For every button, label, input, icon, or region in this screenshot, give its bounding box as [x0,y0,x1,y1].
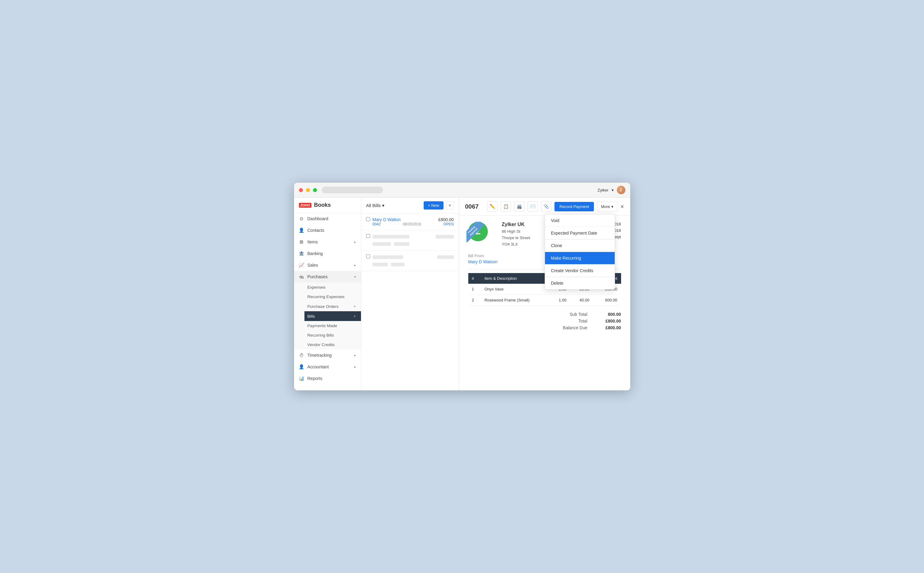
dropdown-item-void[interactable]: Void [545,214,615,227]
placeholder-amount [436,235,454,238]
placeholder-meta [373,262,454,267]
totals-section: Sub Total 800.00 Total £800.00 Balance D… [468,312,621,330]
edit-button[interactable]: ✏️ [487,201,497,212]
accountant-label: Accountant [307,365,329,369]
purchases-chevron: ▾ [354,275,356,279]
balance-due-row: Balance Due £800.00 [557,325,621,330]
bill-item-row [366,254,454,267]
sidebar-item-recurring-bills[interactable]: Recurring Bills [307,330,361,340]
sidebar-item-payments-made[interactable]: Payments Made [307,321,361,330]
sidebar-item-purchases[interactable]: 🛍 Purchases ▾ [294,271,361,283]
more-label: More [601,204,610,209]
total-value: £800.00 [597,319,621,324]
all-bills-filter[interactable]: All Bills ▾ [366,203,384,208]
dropdown-item-expected-payment-date[interactable]: Expected Payment Date [545,227,615,239]
item-rate: 40.00 [570,295,593,306]
contacts-label: Contacts [307,228,324,233]
sidebar: ZOHO Books ⊙ Dashboard 👤 Contacts ⊞ Item… [294,197,361,390]
bill-select-checkbox[interactable] [366,217,370,221]
logo: ZOHO Books [299,202,356,208]
add-bill-icon[interactable]: + [353,314,356,319]
sidebar-item-contacts[interactable]: 👤 Contacts [294,224,361,236]
bill-item-content: Mary D Walton £800.00 0042 08/20/2018 OP… [373,217,454,226]
more-chevron-icon: ▾ [611,204,613,209]
organization-name[interactable]: Zylker [598,188,608,193]
logo-area: ZOHO Books [294,197,361,213]
placeholder-meta [373,241,454,247]
sidebar-item-items[interactable]: ⊞ Items ▸ [294,236,361,248]
address-bar[interactable] [322,186,383,193]
items-label: Items [307,240,318,244]
bill-amount: £800.00 [438,217,454,222]
user-avatar[interactable]: Z [617,186,625,194]
accountant-icon: 👤 [299,364,304,369]
add-purchase-order-icon[interactable]: + [353,304,356,309]
filter-chevron-icon: ▾ [382,203,384,208]
bills-list: All Bills ▾ + New ≡ Mary D Walton [361,197,459,390]
placeholder-header [373,254,454,260]
timetracking-chevron: ▸ [354,354,356,357]
main-area: All Bills ▾ + New ≡ Mary D Walton [361,197,630,390]
all-bills-label: All Bills [366,203,381,208]
contacts-icon: 👤 [299,227,304,233]
bill-item[interactable]: Mary D Walton £800.00 0042 08/20/2018 OP… [361,213,459,230]
bill-status: OPEN [443,222,453,226]
record-payment-button[interactable]: Record Payment [554,202,594,211]
maximize-btn[interactable] [313,188,317,192]
new-bill-button[interactable]: + New [424,201,444,210]
total-row: Total £800.00 [557,319,621,324]
item-qty: 1.00 [550,295,570,306]
bill-item-placeholder-2[interactable] [361,251,459,271]
item-num: 1 [468,284,481,295]
close-btn[interactable] [299,188,303,192]
attach-button[interactable]: 📎 [541,201,551,212]
sidebar-item-recurring-expenses[interactable]: Recurring Expenses [307,292,361,301]
more-button[interactable]: More ▾ [597,202,617,212]
sidebar-item-dashboard[interactable]: ⊙ Dashboard [294,213,361,224]
sub-total-label: Sub Total [557,312,587,317]
bill-select-checkbox[interactable] [366,234,370,238]
list-menu-button[interactable]: ≡ [446,201,454,210]
bill-placeholder-content [373,234,454,247]
dashboard-icon: ⊙ [299,216,304,221]
bill-item-row [366,234,454,247]
purchases-submenu: Expenses Recurring Expenses Purchase Ord… [294,283,361,349]
sidebar-item-sales[interactable]: 📈 Sales ▸ [294,259,361,271]
sidebar-item-purchase-orders[interactable]: Purchase Orders + [307,301,361,311]
main-content: ZOHO Books ⊙ Dashboard 👤 Contacts ⊞ Item… [294,197,630,390]
dropdown-item-clone[interactable]: Clone [545,240,615,252]
sidebar-item-expenses[interactable]: Expenses [307,283,361,292]
sidebar-item-reports[interactable]: 📊 Reports [294,373,361,384]
item-amount: 600.00 [593,295,621,306]
placeholder-name [373,255,403,259]
print-button[interactable]: 🖨️ [514,201,524,212]
sidebar-item-accountant[interactable]: 👤 Accountant ▸ [294,361,361,373]
sidebar-item-bills[interactable]: Bills + [304,311,361,321]
minimize-btn[interactable] [306,188,310,192]
copy-button[interactable]: 📋 [500,201,511,212]
sidebar-item-vendor-credits[interactable]: Vendor Credits [307,340,361,349]
dropdown-item-create-vendor-credits[interactable]: Create Vendor Credits [545,265,615,277]
dropdown-item-delete[interactable]: Delete [545,277,615,289]
books-label: Books [314,202,331,208]
close-detail-button[interactable]: × [620,203,624,210]
timetracking-icon: ⏱ [299,352,304,358]
bills-label: Bills [307,314,315,319]
purchase-orders-label: Purchase Orders [307,304,339,309]
bill-item-header: Mary D Walton £800.00 [373,217,454,222]
sidebar-item-banking[interactable]: 🏦 Banking [294,248,361,259]
vendor-logo-wrapper: PendingApproval Z [468,222,493,247]
bill-vendor-name: Mary D Walton [373,217,401,222]
titlebar-right: Zylker ▾ Z [598,186,625,194]
sidebar-item-timetracking[interactable]: ⏱ Timetracking ▸ [294,349,361,361]
bill-select-checkbox[interactable] [366,254,370,258]
dropdown-section-3: Delete [545,277,615,289]
email-button[interactable]: ✉️ [527,201,538,212]
bill-item-placeholder-1[interactable] [361,230,459,251]
chevron-down-icon: ▾ [612,188,614,193]
dropdown-item-make-recurring[interactable]: Make Recurring [545,252,615,265]
purchases-sub-nav: Expenses Recurring Expenses Purchase Ord… [294,283,361,349]
sub-total-value: 800.00 [597,312,621,317]
app-window: Zylker ▾ Z ZOHO Books ⊙ Dashboard 👤 Cont… [294,183,630,390]
balance-due-value: £800.00 [597,325,621,330]
